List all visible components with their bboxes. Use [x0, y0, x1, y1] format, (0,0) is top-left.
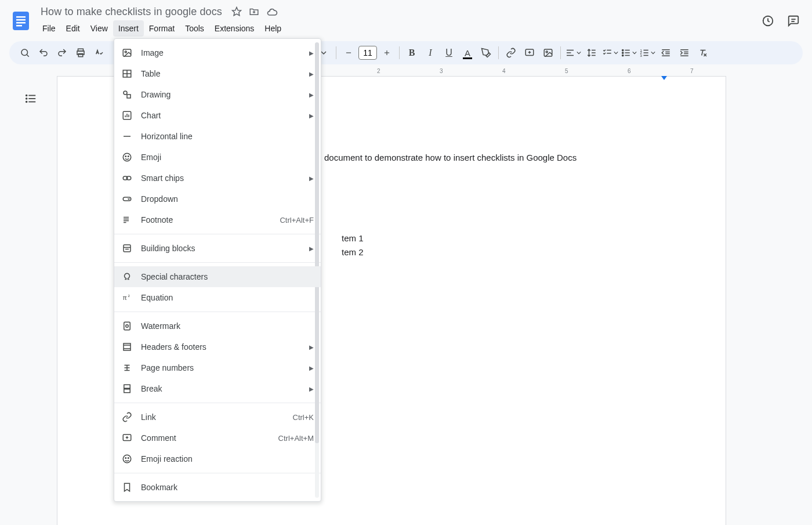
submenu-arrow-icon: ▶	[309, 344, 314, 350]
menu-item-label: Equation	[141, 293, 314, 302]
menu-item-building-blocks[interactable]: Building blocks▶	[114, 238, 321, 259]
menu-edit[interactable]: Edit	[61, 20, 85, 37]
menu-item-emoji-reaction[interactable]: Emoji reaction	[114, 448, 321, 469]
align-dropdown[interactable]	[564, 44, 582, 61]
emoji-icon	[121, 151, 133, 163]
submenu-arrow-icon: ▶	[309, 175, 314, 182]
move-icon[interactable]	[249, 6, 259, 18]
document-outline-button[interactable]	[24, 92, 37, 105]
submenu-arrow-icon: ▶	[309, 92, 314, 98]
search-menus-button[interactable]	[16, 44, 34, 61]
menu-item-label: Footnote	[141, 215, 280, 225]
document-body-text: document to demonstrate how to insert ch…	[324, 151, 577, 165]
submenu-arrow-icon: ▶	[309, 386, 314, 392]
star-icon[interactable]	[231, 6, 242, 18]
svg-text:π: π	[123, 294, 127, 301]
menu-item-page-numbers[interactable]: Page numbers▶	[114, 357, 321, 378]
decrease-indent-button[interactable]	[657, 44, 675, 61]
bold-button[interactable]: B	[403, 44, 420, 61]
menu-item-label: Building blocks	[141, 244, 304, 253]
menu-item-comment[interactable]: CommentCtrl+Alt+M	[114, 428, 321, 448]
menu-item-special-characters[interactable]: Special characters	[114, 266, 321, 287]
redo-button[interactable]	[53, 44, 71, 61]
menu-item-label: Smart chips	[141, 173, 304, 183]
increase-indent-button[interactable]	[676, 44, 693, 61]
menu-help[interactable]: Help	[259, 20, 287, 37]
dropdown-icon	[121, 193, 133, 205]
spellcheck-button[interactable]	[90, 44, 108, 61]
menu-item-label: Emoji reaction	[141, 454, 314, 464]
menu-item-horizontal-line[interactable]: Horizontal line	[114, 126, 321, 147]
numbered-list-dropdown[interactable]: 123	[639, 44, 656, 61]
docs-app-icon[interactable]	[9, 9, 32, 32]
svg-point-72	[128, 156, 129, 157]
print-button[interactable]	[72, 44, 89, 61]
menu-item-table[interactable]: Table▶	[114, 63, 321, 84]
menu-item-image[interactable]: Image▶	[114, 42, 321, 63]
last-edit-icon[interactable]	[761, 14, 775, 28]
insert-image-button[interactable]	[539, 44, 557, 61]
checklist-dropdown[interactable]	[601, 44, 619, 61]
svg-point-59	[125, 51, 126, 53]
menu-item-emoji[interactable]: Emoji	[114, 147, 321, 168]
checklist-item[interactable]: tem 1	[342, 231, 364, 245]
submenu-arrow-icon: ▶	[309, 365, 314, 371]
menu-file[interactable]: File	[37, 20, 61, 37]
menu-extensions[interactable]: Extensions	[209, 20, 259, 37]
svg-rect-3	[16, 22, 26, 24]
submenu-arrow-icon: ▶	[309, 245, 314, 252]
svg-point-56	[26, 98, 27, 99]
underline-button[interactable]: U	[440, 44, 458, 61]
text-color-button[interactable]: A	[459, 44, 476, 61]
menu-item-dropdown[interactable]: Dropdown	[114, 189, 321, 209]
comments-history-icon[interactable]	[786, 14, 800, 28]
font-size-input[interactable]	[358, 46, 377, 60]
menu-divider	[114, 234, 321, 234]
undo-button[interactable]	[35, 44, 52, 61]
checklist-item[interactable]: tem 2	[342, 245, 364, 259]
cloud-status-icon[interactable]	[266, 6, 278, 18]
menu-divider	[114, 473, 321, 473]
pagenum-icon	[121, 362, 133, 374]
svg-rect-2	[16, 19, 26, 21]
menu-item-label: Dropdown	[141, 194, 314, 204]
menu-item-label: Chart	[141, 111, 304, 120]
drawing-icon	[121, 89, 133, 100]
menu-item-bookmark[interactable]: Bookmark	[114, 477, 321, 498]
menu-item-headers-footers[interactable]: Headers & footers▶	[114, 336, 321, 357]
menu-item-smart-chips[interactable]: Smart chips▶	[114, 168, 321, 189]
svg-point-9	[21, 49, 28, 56]
menu-item-watermark[interactable]: Watermark	[114, 316, 321, 336]
menu-item-drawing[interactable]: Drawing▶	[114, 84, 321, 105]
highlight-color-button[interactable]	[477, 44, 495, 61]
menu-view[interactable]: View	[85, 20, 113, 37]
menu-format[interactable]: Format	[144, 20, 180, 37]
add-comment-button[interactable]	[521, 44, 538, 61]
menu-insert[interactable]: Insert	[113, 20, 144, 37]
svg-point-63	[124, 91, 127, 95]
insert-link-button[interactable]	[502, 44, 520, 61]
clear-formatting-button[interactable]	[694, 44, 712, 61]
menu-tools[interactable]: Tools	[180, 20, 209, 37]
right-margin-marker-icon[interactable]	[661, 75, 668, 82]
svg-rect-95	[124, 389, 130, 393]
menu-item-footnote[interactable]: FootnoteCtrl+Alt+F	[114, 209, 321, 230]
line-spacing-button[interactable]	[583, 44, 600, 61]
svg-rect-80	[124, 245, 130, 252]
svg-point-55	[26, 95, 27, 96]
svg-rect-87	[124, 343, 130, 350]
menu-item-link[interactable]: LinkCtrl+K	[114, 407, 321, 428]
italic-button[interactable]: I	[422, 44, 439, 61]
bulleted-list-dropdown[interactable]	[620, 44, 637, 61]
menu-item-break[interactable]: Break▶	[114, 378, 321, 399]
menu-item-chart[interactable]: Chart▶	[114, 105, 321, 126]
menu-item-label: Emoji	[141, 153, 314, 162]
decrease-font-size-button[interactable]	[340, 44, 357, 61]
menu-item-label: Special characters	[141, 272, 314, 281]
ruler-tick: 2	[377, 68, 380, 74]
menu-item-equation[interactable]: π2Equation	[114, 287, 321, 308]
increase-font-size-button[interactable]	[378, 44, 396, 61]
document-title[interactable]: How to make checklists in google docs	[37, 5, 226, 19]
menu-item-label: Link	[141, 412, 293, 422]
menu-item-label: Break	[141, 384, 304, 393]
